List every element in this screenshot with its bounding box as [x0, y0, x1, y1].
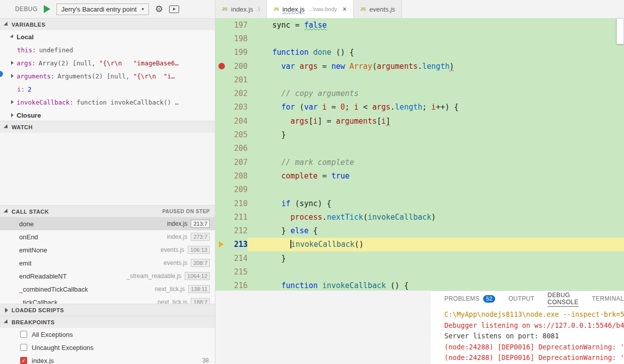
- code-token: function: [272, 48, 308, 57]
- code-token: =: [318, 62, 331, 71]
- tab-events.js[interactable]: JSevents.js: [354, 0, 402, 18]
- line-number: 200: [227, 62, 248, 71]
- code-line-212[interactable]: 212 } else {: [215, 224, 624, 237]
- variable-row[interactable]: invokeCallback:function invokeCallback()…: [0, 96, 215, 109]
- breakpoint-checkbox[interactable]: [20, 331, 27, 338]
- breakpoint-row[interactable]: All Exceptions: [0, 328, 215, 341]
- callstack-frame[interactable]: onEndindex.js273:7: [0, 230, 215, 243]
- close-icon[interactable]: ×: [343, 5, 347, 13]
- callstack-frame[interactable]: emitNoneevents.js106:13: [0, 243, 215, 256]
- tab-index.js[interactable]: JSindex.js...\raw-body×: [267, 0, 354, 18]
- frame-function: _combinedTickCallback: [19, 286, 88, 293]
- code-token: [272, 171, 281, 180]
- code-line-198[interactable]: 198: [215, 32, 624, 45]
- chevron-expanded-icon: [10, 34, 15, 39]
- code-line-205[interactable]: 205 }: [215, 128, 624, 141]
- gear-icon[interactable]: ⚙: [155, 5, 163, 14]
- chevron-expanded-icon: [4, 209, 9, 214]
- panel-tab-terminal[interactable]: TERMINAL: [592, 291, 624, 307]
- variable-name: i:: [17, 85, 25, 93]
- value-segment: 2: [28, 85, 32, 93]
- variables-section-header[interactable]: VARIABLES: [0, 18, 215, 30]
- breakpoints-section-header[interactable]: BREAKPOINTS: [0, 316, 215, 328]
- variable-row[interactable]: args:Array(2) [null, "{\r\n "imageBase6…: [0, 56, 215, 69]
- code-token: // copy arguments: [272, 89, 359, 98]
- code-line-208[interactable]: 208 complete = true: [215, 169, 624, 183]
- code-line-203[interactable]: 203 for (var i = 0; i < args.length; i++…: [215, 101, 624, 114]
- code-token: length: [422, 62, 449, 71]
- code-line-197[interactable]: 197sync = false: [215, 18, 624, 32]
- code-line-206[interactable]: 206: [215, 142, 624, 155]
- variable-row[interactable]: i:2: [0, 82, 215, 96]
- variable-row[interactable]: arguments:Arguments(2) [null, "{\r\n "i…: [0, 69, 215, 82]
- code-editor[interactable]: 197sync = false198199function done () {2…: [215, 18, 624, 291]
- breakpoint-checkbox[interactable]: ✓: [20, 357, 27, 364]
- code-line-213[interactable]: 213 invokeCallback(): [215, 238, 624, 251]
- loaded-scripts-section-header[interactable]: LOADED SCRIPTS: [0, 304, 215, 316]
- code-line-201[interactable]: 201: [215, 73, 624, 86]
- code-token: arguments: [377, 62, 418, 71]
- callstack-frame[interactable]: _combinedTickCallbacknext_tick.js138:11: [0, 283, 215, 296]
- line-number: 212: [227, 226, 248, 235]
- code-token: }: [272, 254, 286, 263]
- code-line-200[interactable]: 200 var args = new Array(arguments.lengt…: [215, 59, 624, 73]
- current-line-glyph[interactable]: [215, 241, 227, 247]
- code-token: nextTick: [327, 213, 363, 222]
- js-file-icon: JS: [273, 7, 279, 12]
- variable-value: Array(2) [null, "{\r\n "imageBase6…: [39, 59, 179, 67]
- breakpoint-row[interactable]: Uncaught Exceptions: [0, 341, 215, 354]
- chevron-collapsed-icon: [11, 74, 14, 78]
- code-token: i: [381, 117, 386, 126]
- breakpoint-line-number: 38: [202, 357, 209, 364]
- code-line-204[interactable]: 204 args[i] = arguments[i]: [215, 114, 624, 128]
- watch-section-header[interactable]: WATCH: [0, 121, 215, 133]
- breakpoint-dot-icon: [218, 63, 225, 69]
- scrollbar-thumb[interactable]: [616, 18, 624, 44]
- code-line-207[interactable]: 207 // mark complete: [215, 155, 624, 169]
- loaded-scripts-section-title: LOADED SCRIPTS: [12, 307, 64, 313]
- code-token: [272, 213, 290, 222]
- panel-tab-debug-console[interactable]: DEBUG CONSOLE: [548, 291, 579, 307]
- js-file-icon: JS: [222, 7, 227, 12]
- code-token: }: [272, 130, 286, 139]
- code-line-215[interactable]: 215: [215, 265, 624, 279]
- callstack-frame[interactable]: emitevents.js208:7: [0, 256, 215, 269]
- code-line-199[interactable]: 199function done () {: [215, 46, 624, 59]
- scope-local[interactable]: Local: [0, 30, 215, 43]
- breakpoint-checkbox[interactable]: [20, 344, 27, 351]
- code-line-214[interactable]: 214 }: [215, 251, 624, 265]
- breakpoint-label: Uncaught Exceptions: [32, 344, 94, 351]
- variables-body: Localthis:undefinedargs:Array(2) [null, …: [0, 30, 215, 121]
- callstack-frame[interactable]: doneindex.js213:7: [0, 217, 215, 230]
- debug-config-label: Jerry's Bacardi entry point: [61, 6, 137, 13]
- callstack-frame[interactable]: _tickCallbacknext_tick.js188:7: [0, 296, 215, 304]
- code-token: (: [372, 62, 377, 71]
- code-token: args: [299, 62, 318, 71]
- code-text: process.nextTick(invokeCallback): [248, 213, 436, 222]
- panel-tab-output[interactable]: OUTPUT: [508, 291, 534, 307]
- code-line-216[interactable]: 216 function invokeCallback () {: [215, 279, 624, 291]
- line-number: 214: [227, 254, 248, 263]
- callstack-body: doneindex.js213:7onEndindex.js273:7emitN…: [0, 217, 215, 304]
- breakpoint-row[interactable]: ✓index.js38: [0, 354, 215, 364]
- breakpoint-glyph[interactable]: [215, 63, 227, 69]
- tab-index.js[interactable]: JSindex.js.\: [215, 0, 267, 18]
- code-token: if: [281, 199, 290, 208]
- code-line-210[interactable]: 210 if (sync) {: [215, 197, 624, 210]
- code-line-211[interactable]: 211 process.nextTick(invokeCallback): [215, 210, 624, 224]
- debug-console-icon[interactable]: [169, 6, 179, 13]
- callstack-section-header[interactable]: CALL STACK PAUSED ON STEP: [0, 205, 215, 217]
- start-debug-button[interactable]: [44, 5, 50, 13]
- callstack-section-title: CALL STACK: [12, 209, 49, 215]
- debug-config-dropdown[interactable]: Jerry's Bacardi entry point ▾: [56, 4, 149, 15]
- code-token: sync: [299, 199, 318, 208]
- code-token: arguments: [336, 117, 376, 126]
- code-line-202[interactable]: 202 // copy arguments: [215, 86, 624, 100]
- scope-closure[interactable]: Closure: [0, 109, 215, 121]
- code-token: ): [449, 62, 454, 71]
- callstack-frame[interactable]: endReadableNT_stream_readable.js1064:12: [0, 269, 215, 283]
- variable-row[interactable]: this:undefined: [0, 43, 215, 56]
- code-line-209[interactable]: 209: [215, 183, 624, 197]
- panel-tab-problems[interactable]: PROBLEMS52: [444, 291, 495, 307]
- frame-file: index.js: [167, 233, 188, 240]
